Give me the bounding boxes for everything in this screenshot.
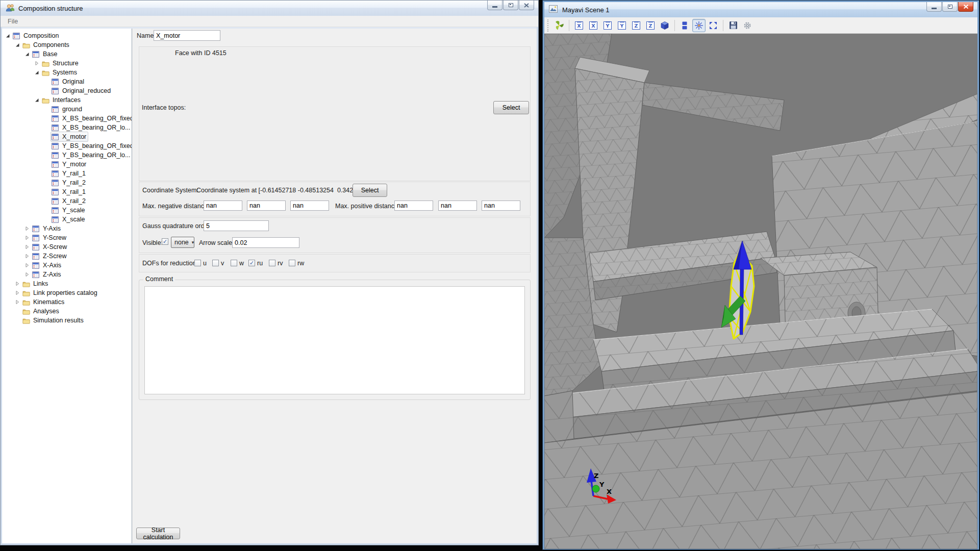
tree-item-x-bs-bearing-or-lo-[interactable]: X_BS_bearing_OR_lo... — [2, 123, 132, 132]
restore-button[interactable] — [942, 2, 958, 12]
dof-rw-checkbox[interactable] — [289, 260, 295, 266]
dof-ru-checkbox[interactable]: ✓ — [248, 260, 255, 266]
tree-collapsed-arrow-icon[interactable] — [24, 253, 31, 259]
tree-expanded-arrow-icon[interactable] — [34, 97, 41, 103]
start-calculation-button[interactable]: Start calculation — [136, 528, 180, 539]
tree-expanded-arrow-icon[interactable] — [5, 33, 12, 39]
tree-item-z-axis[interactable]: Z-Axis — [2, 270, 132, 279]
tree-item-label: Z-Axis — [43, 270, 61, 279]
z-plus-view-button[interactable]: Z — [630, 19, 643, 32]
tree-expanded-arrow-icon[interactable] — [15, 42, 21, 48]
tree-item-x-motor[interactable]: X_motor — [2, 132, 132, 141]
tree-item-y-bs-bearing-or-lo-[interactable]: Y_BS_bearing_OR_lo... — [2, 151, 132, 160]
tree-item-x-scale[interactable]: X_scale — [2, 215, 132, 224]
tree-collapsed-arrow-icon[interactable] — [24, 226, 31, 232]
x-plus-view-button[interactable]: X — [572, 19, 586, 32]
visible-checkbox[interactable]: ✓ — [162, 238, 168, 245]
max-negative-distance-input-1[interactable] — [204, 201, 242, 211]
isometric-view-button[interactable] — [658, 19, 671, 32]
orientation-axes-button[interactable] — [692, 19, 706, 32]
tree-item-x-bs-bearing-or-fixed[interactable]: X_BS_bearing_OR_fixed — [2, 114, 132, 123]
tree-item-simulation-results[interactable]: Simulation results — [2, 316, 132, 325]
tree-item-y-bs-bearing-or-fixed[interactable]: Y_BS_bearing_OR_fixed — [2, 141, 132, 151]
x-minus-view-button[interactable]: X — [587, 19, 600, 32]
dof-v-checkbox[interactable] — [212, 260, 219, 266]
tree-item-base[interactable]: Base — [2, 49, 132, 59]
save-scene-button[interactable] — [726, 19, 740, 32]
left-window-titlebar[interactable]: Composition structure — [1, 1, 538, 16]
tree-item-original[interactable]: Original — [2, 77, 132, 86]
tree-collapsed-arrow-icon[interactable] — [15, 290, 21, 296]
tree-item-kinematics[interactable]: Kinematics — [2, 297, 132, 307]
tree-item-y-scale[interactable]: Y_scale — [2, 206, 132, 215]
tree-collapsed-arrow-icon[interactable] — [34, 60, 41, 66]
tree-item-links[interactable]: Links — [2, 279, 132, 288]
tree-item-x-axis[interactable]: X-Axis — [2, 261, 132, 270]
tree-item-systems[interactable]: Systems — [2, 68, 132, 77]
y-plus-view-button[interactable]: Y — [601, 19, 614, 32]
arrow-scale-input[interactable] — [232, 237, 299, 248]
tree-collapsed-arrow-icon[interactable] — [15, 281, 21, 287]
minimize-button[interactable] — [487, 1, 502, 10]
max-negative-distance-input-2[interactable] — [247, 201, 286, 211]
tree-collapsed-arrow-icon[interactable] — [24, 262, 31, 268]
mayavi-logo-button[interactable] — [552, 19, 566, 32]
tree-item-ground[interactable]: ground — [2, 105, 132, 114]
tree-collapsed-arrow-icon[interactable] — [24, 271, 31, 278]
max-negative-distance-input-3[interactable] — [290, 201, 329, 211]
tree-collapsed-arrow-icon[interactable] — [24, 235, 31, 241]
max-positive-distance-input-2[interactable] — [438, 201, 477, 211]
name-input[interactable] — [154, 30, 220, 41]
tree-item-structure[interactable]: Structure — [2, 59, 132, 68]
tree-item-x-rail-2[interactable]: X_rail_2 — [2, 196, 132, 206]
tree-item-composition[interactable]: Composition — [2, 31, 132, 40]
component-icon — [52, 161, 60, 168]
tree-expanded-arrow-icon[interactable] — [24, 51, 31, 57]
restore-button[interactable] — [503, 1, 518, 10]
close-button[interactable] — [519, 1, 534, 10]
close-button[interactable] — [958, 2, 973, 12]
dof-rv-checkbox[interactable] — [269, 260, 275, 266]
tree-item-y-motor[interactable]: Y_motor — [2, 160, 132, 169]
menu-file[interactable]: File — [4, 17, 21, 26]
right-window-titlebar[interactable]: Mayavi Scene 1 — [544, 2, 977, 17]
fullscreen-button[interactable] — [707, 19, 720, 32]
interface-topos-select-button[interactable]: Select — [493, 101, 529, 114]
toolbar-grip[interactable] — [547, 19, 549, 32]
dof-w-checkbox[interactable] — [231, 260, 237, 266]
mayavi-toolbar: XXYYZZ — [544, 17, 977, 34]
max-positive-distance-input-3[interactable] — [482, 201, 520, 211]
component-icon — [52, 161, 59, 168]
gauss-order-input[interactable] — [204, 220, 269, 231]
tree-item-y-screw[interactable]: Y-Screw — [2, 233, 132, 242]
minimize-button[interactable] — [926, 2, 942, 12]
tree-item-x-rail-1[interactable]: X_rail_1 — [2, 187, 132, 196]
dof-u-checkbox[interactable] — [194, 260, 201, 266]
tree-item-z-screw[interactable]: Z-Screw — [2, 252, 132, 261]
toolbar-separator — [674, 20, 675, 31]
tree-item-x-screw[interactable]: X-Screw — [2, 242, 132, 252]
dof-rv-label: rv — [278, 260, 283, 267]
tree-item-y-rail-2[interactable]: Y_rail_2 — [2, 178, 132, 187]
max-positive-distance-input-1[interactable] — [394, 201, 433, 211]
tree-item-y-axis[interactable]: Y-Axis — [2, 224, 132, 233]
tree-collapsed-arrow-icon[interactable] — [15, 299, 21, 305]
comment-textarea[interactable] — [144, 286, 525, 394]
tree-item-link-properties-catalog[interactable]: Link properties catalog — [2, 288, 132, 297]
3d-scene-viewport[interactable]: Z Y X — [544, 34, 977, 549]
tree-item-y-rail-1[interactable]: Y_rail_1 — [2, 169, 132, 178]
tree-expanded-arrow-icon[interactable] — [34, 69, 41, 76]
parallel-projection-button[interactable] — [678, 19, 691, 32]
visible-mode-dropdown[interactable]: none ▾ — [171, 237, 194, 248]
tree-item-components[interactable]: Components — [2, 40, 132, 49]
tree-collapsed-arrow-icon[interactable] — [24, 244, 31, 250]
z-minus-view-button[interactable]: Z — [644, 19, 657, 32]
dofs-panel: DOFs for reduction: uvw✓rurvrw — [139, 254, 531, 272]
y-minus-view-button[interactable]: Y — [615, 19, 629, 32]
tree-item-original-reduced[interactable]: Original_reduced — [2, 86, 132, 95]
coordinate-system-select-button[interactable]: Select — [353, 184, 387, 197]
tree-item-label: Structure — [53, 59, 79, 68]
settings-button[interactable] — [741, 19, 754, 32]
tree-item-analyses[interactable]: Analyses — [2, 307, 132, 316]
tree-item-interfaces[interactable]: Interfaces — [2, 95, 132, 105]
